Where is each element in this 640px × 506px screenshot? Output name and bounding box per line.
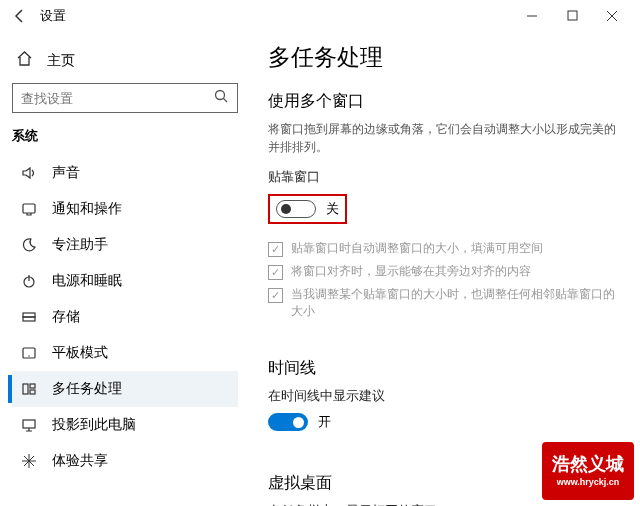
timeline-heading: 时间线 <box>268 358 616 379</box>
sidebar-item-project[interactable]: 投影到此电脑 <box>12 407 238 443</box>
watermark-url: www.hryckj.cn <box>557 477 620 487</box>
sidebar-item-multitask[interactable]: 多任务处理 <box>12 371 238 407</box>
svg-line-3 <box>224 98 228 102</box>
titlebar: 设置 <box>0 0 640 32</box>
sidebar-item-share[interactable]: 体验共享 <box>12 443 238 479</box>
sidebar: 主页 系统 声音 通知和操作 专注助手 电源和睡眠 存储 <box>0 32 250 506</box>
svg-point-2 <box>216 90 225 99</box>
home-icon <box>16 50 33 71</box>
checkbox-row-2[interactable]: 将窗口对齐时，显示能够在其旁边对齐的内容 <box>268 263 616 280</box>
sidebar-item-tablet[interactable]: 平板模式 <box>12 335 238 371</box>
search-input[interactable] <box>21 91 214 106</box>
checkbox-row-1[interactable]: 贴靠窗口时自动调整窗口的大小，填满可用空间 <box>268 240 616 257</box>
nav-label: 专注助手 <box>52 236 108 254</box>
nav-label: 多任务处理 <box>52 380 122 398</box>
cb-label: 贴靠窗口时自动调整窗口的大小，填满可用空间 <box>291 240 543 257</box>
virtual-sub: 在任务栏上，显示打开的窗口 <box>268 502 616 506</box>
project-icon <box>20 416 38 434</box>
svg-rect-13 <box>30 390 35 394</box>
speaker-icon <box>20 164 38 182</box>
checkbox-icon <box>268 288 283 303</box>
search-icon <box>214 89 229 108</box>
nav-label: 声音 <box>52 164 80 182</box>
nav-label: 电源和睡眠 <box>52 272 122 290</box>
content-panel: 多任务处理 使用多个窗口 将窗口拖到屏幕的边缘或角落，它们会自动调整大小以形成完… <box>250 32 640 506</box>
windows-heading: 使用多个窗口 <box>268 91 616 112</box>
search-box[interactable] <box>12 83 238 113</box>
checkbox-row-3[interactable]: 当我调整某个贴靠窗口的大小时，也调整任何相邻贴靠窗口的大小 <box>268 286 616 320</box>
svg-rect-14 <box>23 420 35 428</box>
sidebar-item-power[interactable]: 电源和睡眠 <box>12 263 238 299</box>
sidebar-item-focus[interactable]: 专注助手 <box>12 227 238 263</box>
svg-rect-11 <box>23 384 28 394</box>
tablet-icon <box>20 344 38 362</box>
multitask-icon <box>20 380 38 398</box>
snap-toggle-state: 关 <box>326 200 339 218</box>
timeline-toggle[interactable] <box>268 413 308 431</box>
power-icon <box>20 272 38 290</box>
timeline-sub: 在时间线中显示建议 <box>268 387 616 405</box>
svg-rect-1 <box>568 11 577 20</box>
checkbox-icon <box>268 242 283 257</box>
timeline-toggle-state: 开 <box>318 413 331 431</box>
nav-label: 投影到此电脑 <box>52 416 136 434</box>
close-button[interactable] <box>592 2 632 30</box>
svg-rect-8 <box>23 317 35 321</box>
home-link[interactable]: 主页 <box>12 44 238 83</box>
watermark: 浩然义城 www.hryckj.cn <box>542 442 634 500</box>
snap-toggle[interactable] <box>276 200 316 218</box>
nav-label: 体验共享 <box>52 452 108 470</box>
highlight-box: 关 <box>268 194 347 224</box>
window-title: 设置 <box>40 7 66 25</box>
sidebar-item-notifications[interactable]: 通知和操作 <box>12 191 238 227</box>
moon-icon <box>20 236 38 254</box>
sidebar-item-sound[interactable]: 声音 <box>12 155 238 191</box>
cb-label: 当我调整某个贴靠窗口的大小时，也调整任何相邻贴靠窗口的大小 <box>291 286 616 320</box>
watermark-text: 浩然义城 <box>552 455 624 475</box>
notification-icon <box>20 200 38 218</box>
back-button[interactable] <box>8 4 32 28</box>
nav-label: 平板模式 <box>52 344 108 362</box>
storage-icon <box>20 308 38 326</box>
nav-label: 通知和操作 <box>52 200 122 218</box>
cb-label: 将窗口对齐时，显示能够在其旁边对齐的内容 <box>291 263 531 280</box>
windows-desc: 将窗口拖到屏幕的边缘或角落，它们会自动调整大小以形成完美的并排排列。 <box>268 120 616 156</box>
nav-label: 存储 <box>52 308 80 326</box>
share-icon <box>20 452 38 470</box>
sidebar-item-storage[interactable]: 存储 <box>12 299 238 335</box>
checkbox-icon <box>268 265 283 280</box>
home-label: 主页 <box>47 52 75 70</box>
svg-rect-7 <box>23 313 35 317</box>
page-title: 多任务处理 <box>268 42 616 73</box>
snap-label: 贴靠窗口 <box>268 168 616 186</box>
minimize-button[interactable] <box>512 2 552 30</box>
svg-rect-4 <box>23 204 35 213</box>
svg-rect-12 <box>30 384 35 388</box>
category-label: 系统 <box>12 127 238 145</box>
svg-point-10 <box>28 355 29 356</box>
maximize-button[interactable] <box>552 2 592 30</box>
